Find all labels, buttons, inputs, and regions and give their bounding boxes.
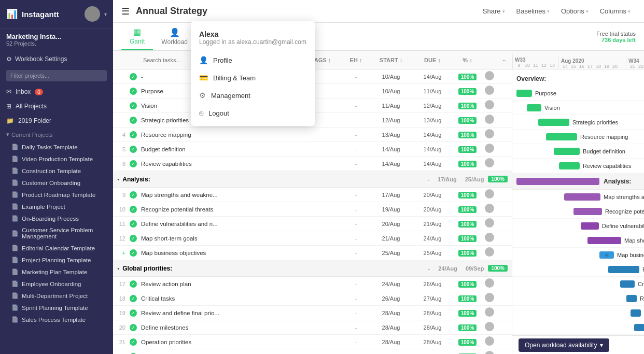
options-button[interactable]: Options▾ xyxy=(556,4,594,18)
dropdown-billing[interactable]: 💳 Billing & Team xyxy=(191,69,315,87)
overview-label: Overview: xyxy=(516,75,546,82)
bottom-bar: Open workload availability ▾ xyxy=(512,335,644,354)
task-check-icon: ✓ xyxy=(130,160,137,167)
gantt-task-row-define-final: Review and define fi... xyxy=(512,291,644,306)
workspace-sub: 52 Projects. xyxy=(6,40,107,47)
doc-icon: 📄 xyxy=(11,268,19,275)
section-collapse-icon[interactable]: ▪ xyxy=(117,176,119,183)
task-check-icon: ✓ xyxy=(130,146,137,153)
sidebar-item-editorial[interactable]: 📄 Editorial Calendar Template xyxy=(0,242,113,254)
gantt-task-row-resource: Resource mapping xyxy=(512,130,644,144)
table-row: + ✓ Map business objectives - 25/Aug 25/… xyxy=(113,246,512,260)
sidebar-item-daily-tasks[interactable]: 📄 Daily Tasks Template xyxy=(0,141,113,153)
gantt-task-row-shortterm: Map short-term goals xyxy=(512,233,644,248)
th-start[interactable]: START ↕ xyxy=(370,57,412,63)
doc-icon: 📄 xyxy=(11,155,19,162)
week-w34: W34 21 22 23 24 25 xyxy=(626,56,644,69)
chevron-down-icon: ▾ xyxy=(600,342,603,349)
dropdown-profile[interactable]: 👤 Profile xyxy=(191,51,315,69)
sidebar-item-sales-process[interactable]: 📄 Sales Process Template xyxy=(0,314,113,325)
th-due[interactable]: DUE ↕ xyxy=(412,57,453,63)
gantt-overview-row: Overview: xyxy=(512,72,644,86)
workspace-name: Marketing Insta... xyxy=(6,33,107,40)
table-row: 17 ✓ Review action plan - 24/Aug 26/Aug … xyxy=(113,277,512,291)
dropdown-logout[interactable]: ⎋ Logout xyxy=(191,104,315,122)
baselines-button[interactable]: Baselines▾ xyxy=(511,4,555,18)
doc-icon: 📄 xyxy=(11,203,19,210)
sidebar-item-multi-department[interactable]: 📄 Multi-Department Project xyxy=(0,290,113,302)
back-button[interactable]: ← xyxy=(497,57,512,63)
gantt-task-row-vulnerabilities: Define vulnerabilities and risks xyxy=(512,219,644,233)
gantt-task-row-critical: Critical tasks xyxy=(512,277,644,291)
task-check-icon: ✓ xyxy=(130,206,137,213)
gantt-bar-resource xyxy=(546,133,577,140)
table-row: 12 ✓ Map short-term goals - 21/Aug 24/Au… xyxy=(113,231,512,246)
tab-gantt[interactable]: ▦ Gantt xyxy=(121,23,153,50)
gantt-bar-review-cap xyxy=(559,162,580,169)
gantt-task-row-vision: Vision xyxy=(512,101,644,115)
gantt-bar-strengths xyxy=(564,193,600,201)
th-eh[interactable]: EH ↕ xyxy=(342,57,370,63)
gantt-icon: ▦ xyxy=(133,27,141,37)
doc-icon: 📄 xyxy=(11,167,19,174)
section-collapse-icon[interactable]: ▪ xyxy=(117,265,119,272)
hamburger-icon[interactable]: ☰ xyxy=(121,6,130,17)
gantt-bar-purpose xyxy=(516,90,532,97)
sidebar-item-all-projects[interactable]: ⊞ All Projects xyxy=(0,99,113,114)
dropdown-management[interactable]: ⚙ Management xyxy=(191,87,315,104)
table-row: 20 ✓ Define milestones - 28/Aug 28/Aug 1… xyxy=(113,320,512,335)
share-button[interactable]: Share▾ xyxy=(478,4,510,18)
task-check-icon: ✓ xyxy=(130,88,137,95)
table-row: 22 ✓ Marketing priorities - 28/Aug 28/Au… xyxy=(113,349,512,354)
sidebar-item-onboarding-process[interactable]: 📄 On-Boarding Process xyxy=(0,213,113,224)
sidebar-item-product-roadmap[interactable]: 📄 Product Roadmap Template xyxy=(0,189,113,201)
sidebar-item-customer-service[interactable]: 📄 Customer Service Problem Management xyxy=(0,224,113,242)
sidebar-item-employee-onboarding[interactable]: 📄 Employee Onboarding xyxy=(0,278,113,290)
sidebar-header: 📊 Instagantt ▾ xyxy=(0,0,113,29)
task-check-icon: ✓ xyxy=(130,191,137,199)
sidebar-item-project-planning[interactable]: 📄 Project Planning Template xyxy=(0,254,113,266)
gantt-bar-shortterm xyxy=(587,237,621,244)
sidebar-item-construction[interactable]: 📄 Construction Template xyxy=(0,165,113,177)
task-check-icon: ✓ xyxy=(130,338,137,346)
task-check-icon: ✓ xyxy=(130,235,137,242)
current-projects-section: ▾ Current Projects xyxy=(0,128,113,141)
user-avatar[interactable] xyxy=(85,6,100,22)
open-workload-button[interactable]: Open workload availability ▾ xyxy=(519,338,609,352)
gantt-area: W33 9 10 11 12 13 Aug 2020 xyxy=(512,51,644,354)
workbook-settings[interactable]: ⚙ Workbook Settings xyxy=(0,51,113,67)
task-check-icon: ✓ xyxy=(130,280,137,288)
logout-icon: ⎋ xyxy=(199,109,203,117)
trial-status: Free trial status xyxy=(596,31,636,37)
sidebar-item-inbox[interactable]: ✉ Inbox 0 xyxy=(0,84,113,99)
dropdown-user-name: Alexa xyxy=(199,30,307,38)
th-pct[interactable]: % ↕ xyxy=(453,57,482,63)
table-row: 18 ✓ Critical tasks - 26/Aug 27/Aug 100% xyxy=(113,291,512,306)
app-logo: Instagantt xyxy=(22,10,59,19)
chevron-down-icon[interactable]: ▾ xyxy=(104,11,107,17)
filter-input[interactable] xyxy=(6,70,107,81)
task-check-icon: ✓ xyxy=(130,102,137,109)
sidebar-item-sprint-planning[interactable]: 📄 Sprint Planning Template xyxy=(0,302,113,314)
gantt-task-row-operation: Operation priorities xyxy=(512,320,644,335)
table-row: 4 ✓ Resource mapping - 13/Aug 14/Aug 100… xyxy=(113,128,512,142)
sidebar-item-example-project[interactable]: 📄 Example Project xyxy=(0,201,113,213)
topbar-menu: Share▾ Baselines▾ Options▾ Columns▾ xyxy=(478,4,636,18)
sidebar-item-video-production[interactable]: 📄 Video Production Template xyxy=(0,153,113,165)
sidebar-item-customer-onboarding[interactable]: 📄 Customer Onboarding xyxy=(0,177,113,189)
doc-icon: 📄 xyxy=(11,292,19,299)
sidebar-item-marketing-plan[interactable]: 📄 Marketing Plan Template xyxy=(0,266,113,278)
table-row: 11 ✓ Define vulnerabilities and ri... - … xyxy=(113,217,512,231)
columns-button[interactable]: Columns▾ xyxy=(595,4,636,18)
week-aug2020: Aug 2020 14 15 16 17 18 19 20 xyxy=(558,56,626,69)
gantt-bar-define-final xyxy=(626,295,637,302)
trial-days: 736 days left xyxy=(596,37,636,43)
doc-icon: 📄 xyxy=(11,304,19,311)
tab-workload[interactable]: 👤 Workload xyxy=(153,23,195,50)
billing-icon: 💳 xyxy=(199,74,208,82)
gantt-task-row-strengths: Map strengths and weaknesses xyxy=(512,190,644,204)
sidebar-item-2019-folder[interactable]: 📁 2019 Folder xyxy=(0,114,113,128)
week-w33: W33 9 10 11 12 13 xyxy=(512,55,558,69)
task-check-icon: ✓ xyxy=(130,220,137,228)
gantt-bar-vulnerabilities xyxy=(581,222,599,230)
